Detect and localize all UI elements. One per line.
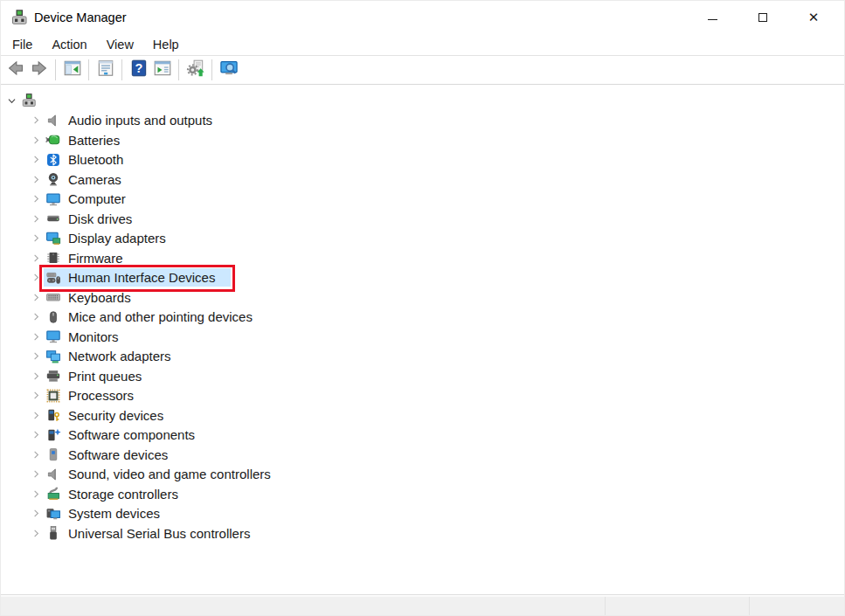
menu-view[interactable]: View (97, 36, 143, 53)
maximize-button[interactable] (743, 1, 783, 34)
tree-item-label: Print queues (68, 369, 142, 384)
tree-item-human-interface-devices[interactable]: Human Interface Devices (1, 268, 844, 288)
search-devices-button[interactable] (217, 59, 240, 81)
close-button[interactable]: ✕ (793, 1, 834, 34)
tree-item-keyboards[interactable]: Keyboards (1, 287, 844, 308)
show-console-tree-button[interactable] (60, 59, 84, 81)
tree-item-bluetooth[interactable]: Bluetooth (1, 150, 844, 170)
chevron-right-icon[interactable] (29, 133, 44, 148)
tree-item-universal-serial-bus-controllers[interactable]: Universal Serial Bus controllers (1, 523, 844, 543)
close-icon: ✕ (808, 11, 820, 24)
network-icon (45, 349, 61, 364)
tree-item-label: Audio inputs and outputs (68, 113, 212, 128)
chevron-right-icon[interactable] (29, 506, 44, 521)
menu-bar: FileActionViewHelp (1, 34, 844, 56)
tree-item-print-queues[interactable]: Print queues (1, 366, 844, 386)
show-console-tree-icon (63, 59, 82, 81)
tree-item-sound-video-and-game-controllers[interactable]: Sound, video and game controllers (1, 465, 844, 485)
chevron-right-icon[interactable] (29, 388, 44, 403)
tree-item-disk-drives[interactable]: Disk drives (1, 209, 844, 229)
chevron-right-icon[interactable] (29, 290, 44, 305)
chevron-down-icon[interactable] (4, 93, 19, 108)
chevron-right-icon[interactable] (29, 467, 44, 481)
toolbar-separator (178, 59, 179, 80)
tree-item-mice-and-other-pointing-devices[interactable]: Mice and other pointing devices (1, 308, 844, 328)
tree-item-display-adapters[interactable]: Display adapters (1, 229, 844, 249)
tree-item-label: Universal Serial Bus controllers (68, 526, 250, 541)
monitor-icon (45, 191, 61, 207)
keyboard-icon (45, 289, 61, 305)
status-bar (1, 595, 844, 615)
tree-item-processors[interactable]: Processors (1, 386, 844, 406)
tree-item-system-devices[interactable]: System devices (1, 504, 844, 524)
title-bar: Device Manager ✕ (1, 1, 844, 34)
svg-text:?: ? (135, 61, 142, 75)
properties-button[interactable] (94, 59, 117, 81)
tree-root[interactable] (1, 91, 844, 111)
tree-item-firmware[interactable]: Firmware (1, 248, 844, 268)
camera-icon (45, 171, 61, 187)
chevron-right-icon[interactable] (29, 113, 44, 128)
window-title: Device Manager (34, 10, 127, 24)
chevron-right-icon[interactable] (29, 526, 44, 541)
chevron-right-icon[interactable] (29, 231, 44, 246)
minimize-button[interactable] (692, 1, 732, 34)
security-icon (45, 407, 61, 423)
device-tree: Audio inputs and outputsBatteriesBluetoo… (1, 85, 844, 595)
software-component-icon (45, 427, 61, 443)
chevron-right-icon[interactable] (29, 172, 44, 187)
disk-icon (45, 211, 61, 226)
tree-item-software-devices[interactable]: Software devices (1, 445, 844, 465)
tree-item-computer[interactable]: Computer (1, 190, 844, 210)
tree-item-cameras[interactable]: Cameras (1, 170, 844, 190)
chevron-right-icon[interactable] (29, 408, 44, 423)
chevron-right-icon[interactable] (29, 152, 44, 167)
forward-button[interactable] (27, 59, 51, 81)
tree-item-label: Firmware (68, 251, 123, 266)
chevron-right-icon[interactable] (29, 270, 44, 285)
scan-for-hardware-changes-icon (186, 59, 205, 81)
chevron-right-icon[interactable] (29, 369, 44, 384)
chevron-right-icon[interactable] (29, 447, 44, 462)
scan-for-hardware-changes-button[interactable] (184, 59, 207, 81)
tree-item-label: Software components (68, 427, 195, 442)
mouse-icon (45, 309, 61, 325)
menu-action[interactable]: Action (42, 36, 96, 53)
firmware-icon (45, 250, 61, 266)
status-section-2 (605, 597, 749, 615)
tree-item-label: Mice and other pointing devices (68, 309, 253, 324)
chevron-right-icon[interactable] (29, 309, 44, 324)
chevron-right-icon[interactable] (29, 211, 44, 226)
back-button[interactable] (3, 59, 27, 81)
device-manager-window: { "window": { "title": "Device Manager",… (0, 0, 845, 616)
chevron-right-icon[interactable] (29, 329, 44, 344)
tree-item-label: Storage controllers (68, 487, 178, 502)
tree-item-monitors[interactable]: Monitors (1, 327, 844, 347)
tree-item-software-components[interactable]: Software components (1, 426, 844, 446)
chevron-right-icon[interactable] (29, 191, 44, 206)
tree-item-label: Network adapters (68, 349, 171, 363)
menu-file[interactable]: File (3, 36, 42, 53)
chevron-right-icon[interactable] (29, 487, 44, 502)
tree-item-label: Human Interface Devices (68, 270, 215, 285)
show-action-pane-icon (153, 59, 172, 81)
tree-item-label: Bluetooth (68, 152, 123, 167)
search-devices-icon (219, 59, 239, 81)
chevron-right-icon[interactable] (29, 251, 44, 266)
help-button[interactable]: ? (127, 59, 150, 81)
system-icon (45, 506, 61, 522)
chevron-right-icon[interactable] (29, 349, 44, 363)
tree-item-security-devices[interactable]: Security devices (1, 405, 844, 426)
status-section-1 (1, 597, 605, 615)
tree-item-network-adapters[interactable]: Network adapters (1, 347, 844, 367)
menu-help[interactable]: Help (143, 36, 189, 53)
tree-item-label: Cameras (68, 172, 121, 187)
tree-item-batteries[interactable]: Batteries (1, 130, 844, 150)
tree-item-label: Computer (68, 191, 126, 206)
tree-item-storage-controllers[interactable]: Storage controllers (1, 484, 844, 504)
tree-item-label: Disk drives (68, 211, 132, 226)
tree-item-audio-inputs-and-outputs[interactable]: Audio inputs and outputs (1, 111, 844, 131)
status-section-3 (749, 597, 844, 615)
show-action-pane-button[interactable] (150, 59, 174, 81)
chevron-right-icon[interactable] (29, 427, 44, 442)
